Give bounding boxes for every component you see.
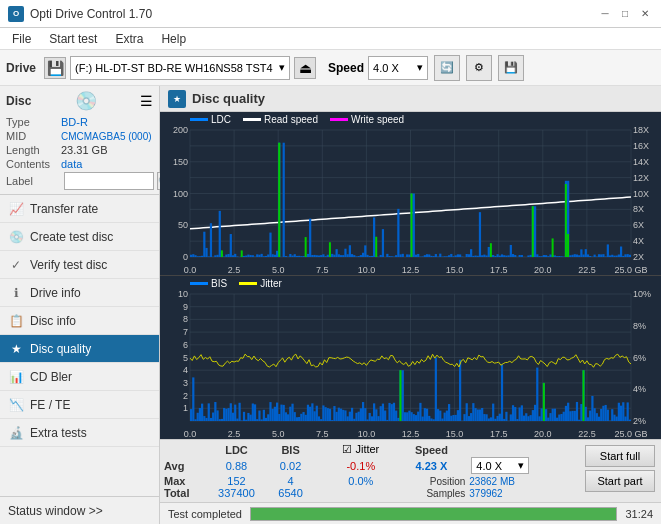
disc-type-row: Type BD-R bbox=[6, 116, 153, 128]
sidebar-item-disc-quality[interactable]: ★ Disc quality bbox=[0, 335, 159, 363]
start-part-button[interactable]: Start part bbox=[585, 470, 655, 492]
status-time: 31:24 bbox=[625, 508, 653, 520]
sidebar-item-verify-test-disc[interactable]: ✓ Verify test disc bbox=[0, 251, 159, 279]
legend-write-color bbox=[330, 118, 348, 121]
drive-label: Drive bbox=[6, 61, 36, 75]
bottom-chart-container: BIS Jitter bbox=[160, 276, 661, 439]
content-area: ★ Disc quality LDC Read speed bbox=[160, 86, 661, 524]
start-buttons: Start full Start part bbox=[583, 443, 657, 499]
stats-max-row: Max 152 4 0.0% Position 23862 MB bbox=[164, 475, 579, 487]
disc-label-row: Label 🔍 bbox=[6, 172, 153, 190]
disc-header: Disc 💿 ☰ bbox=[6, 90, 153, 112]
sidebar-item-disc-info[interactable]: 📋 Disc info bbox=[0, 307, 159, 335]
sidebar-label-verify-test-disc: Verify test disc bbox=[30, 258, 107, 272]
app-title: Opti Drive Control 1.70 bbox=[30, 7, 152, 21]
legend-jitter-color bbox=[239, 282, 257, 285]
status-text: Test completed bbox=[168, 508, 242, 520]
disc-mid-row: MID CMCMAGBA5 (000) bbox=[6, 130, 153, 142]
drive-icon-btn[interactable]: 💾 bbox=[44, 57, 66, 79]
legend-ldc-label: LDC bbox=[211, 114, 231, 125]
col-speed-label: Speed bbox=[393, 443, 469, 456]
sidebar-item-transfer-rate[interactable]: 📈 Transfer rate bbox=[0, 195, 159, 223]
sidebar-label-disc-info: Disc info bbox=[30, 314, 76, 328]
drive-dropdown[interactable]: (F:) HL-DT-ST BD-RE WH16NS58 TST4 ▾ bbox=[70, 56, 290, 80]
transfer-rate-icon: 📈 bbox=[8, 202, 24, 216]
disc-mid-value: CMCMAGBA5 (000) bbox=[61, 131, 152, 142]
status-window-button[interactable]: Status window >> bbox=[0, 496, 159, 524]
stats-max-label: Max bbox=[164, 475, 204, 487]
speed-dropdown[interactable]: 4.0 X ▾ bbox=[368, 56, 428, 80]
bottom-chart bbox=[160, 276, 661, 439]
sidebar-item-extra-tests[interactable]: 🔬 Extra tests bbox=[0, 419, 159, 447]
legend-write-speed: Write speed bbox=[330, 114, 404, 125]
position-label: Position bbox=[393, 475, 469, 487]
sidebar-item-cd-bler[interactable]: 📊 CD Bler bbox=[0, 363, 159, 391]
progress-bar bbox=[250, 507, 617, 521]
cd-bler-icon: 📊 bbox=[8, 370, 24, 384]
settings-button[interactable]: ⚙ bbox=[466, 55, 492, 81]
stats-max-bis: 4 bbox=[269, 475, 312, 487]
save-button[interactable]: 💾 bbox=[498, 55, 524, 81]
samples-label: Samples bbox=[393, 487, 469, 499]
charts-wrapper: LDC Read speed Write speed bbox=[160, 112, 661, 439]
close-button[interactable]: ✕ bbox=[637, 6, 653, 22]
disc-contents-row: Contents data bbox=[6, 158, 153, 170]
top-chart-container: LDC Read speed Write speed bbox=[160, 112, 661, 276]
toolbar: Drive 💾 (F:) HL-DT-ST BD-RE WH16NS58 TST… bbox=[0, 50, 661, 86]
stats-total-bis: 6540 bbox=[269, 487, 312, 499]
stats-header-row: LDC BIS ☑ Jitter Speed bbox=[164, 443, 579, 456]
legend-ldc-color bbox=[190, 118, 208, 121]
menu-bar: File Start test Extra Help bbox=[0, 28, 661, 50]
dq-title: Disc quality bbox=[192, 91, 265, 106]
stats-avg-bis: 0.02 bbox=[269, 456, 312, 475]
stats-speed-display: 4.23 X bbox=[393, 456, 469, 475]
stats-avg-ldc: 0.88 bbox=[204, 456, 269, 475]
maximize-button[interactable]: □ bbox=[617, 6, 633, 22]
top-chart-legend: LDC Read speed Write speed bbox=[190, 114, 404, 125]
bottom-chart-legend: BIS Jitter bbox=[190, 278, 282, 289]
verify-test-disc-icon: ✓ bbox=[8, 258, 24, 272]
legend-read-label: Read speed bbox=[264, 114, 318, 125]
stats-avg-jitter: -0.1% bbox=[328, 456, 393, 475]
legend-read-speed: Read speed bbox=[243, 114, 318, 125]
menu-help[interactable]: Help bbox=[153, 30, 194, 48]
jitter-checkbox[interactable]: ☑ bbox=[342, 443, 352, 455]
minimize-button[interactable]: ─ bbox=[597, 6, 613, 22]
position-value: 23862 MB bbox=[469, 475, 579, 487]
start-full-button[interactable]: Start full bbox=[585, 445, 655, 467]
disc-menu-icon[interactable]: ☰ bbox=[140, 93, 153, 109]
menu-start-test[interactable]: Start test bbox=[41, 30, 105, 48]
sidebar-item-fe-te[interactable]: 📉 FE / TE bbox=[0, 391, 159, 419]
sidebar-label-fe-te: FE / TE bbox=[30, 398, 70, 412]
eject-button[interactable]: ⏏ bbox=[294, 57, 316, 79]
disc-label-input[interactable] bbox=[64, 172, 154, 190]
title-bar: O Opti Drive Control 1.70 ─ □ ✕ bbox=[0, 0, 661, 28]
speed-select-value: 4.0 X bbox=[476, 460, 502, 472]
title-bar-controls: ─ □ ✕ bbox=[597, 6, 653, 22]
speed-select[interactable]: 4.0 X ▾ bbox=[471, 457, 529, 474]
sidebar-item-create-test-disc[interactable]: 💿 Create test disc bbox=[0, 223, 159, 251]
sidebar-item-drive-info[interactable]: ℹ Drive info bbox=[0, 279, 159, 307]
legend-bis: BIS bbox=[190, 278, 227, 289]
menu-file[interactable]: File bbox=[4, 30, 39, 48]
status-bar: Test completed 31:24 bbox=[160, 502, 661, 524]
stats-avg-label: Avg bbox=[164, 456, 204, 475]
extra-tests-icon: 🔬 bbox=[8, 426, 24, 440]
jitter-col-label: Jitter bbox=[355, 443, 379, 455]
dq-header: ★ Disc quality bbox=[160, 86, 661, 112]
menu-extra[interactable]: Extra bbox=[107, 30, 151, 48]
disc-quality-icon: ★ bbox=[8, 342, 24, 356]
legend-bis-color bbox=[190, 282, 208, 285]
legend-bis-label: BIS bbox=[211, 278, 227, 289]
jitter-checkbox-cell: ☑ Jitter bbox=[328, 443, 393, 456]
stats-total-label: Total bbox=[164, 487, 204, 499]
disc-contents-label: Contents bbox=[6, 158, 61, 170]
progress-fill bbox=[251, 508, 616, 520]
top-chart bbox=[160, 112, 661, 275]
stats-max-jitter: 0.0% bbox=[328, 475, 393, 487]
stats-avg-row: Avg 0.88 0.02 -0.1% 4.23 X 4.0 X ▾ bbox=[164, 456, 579, 475]
speed-label: Speed bbox=[328, 61, 364, 75]
refresh-button[interactable]: 🔄 bbox=[434, 55, 460, 81]
disc-type-value: BD-R bbox=[61, 116, 88, 128]
speed-select-cell: 4.0 X ▾ bbox=[469, 456, 579, 475]
